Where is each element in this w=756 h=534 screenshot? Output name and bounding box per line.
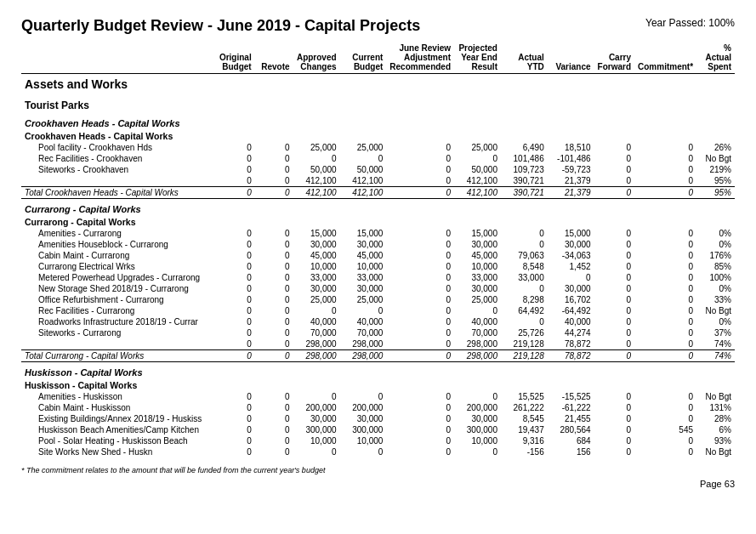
group-bold-subheader: Currarong - Capital Works bbox=[21, 215, 735, 228]
table-row: Amenities - Currarong0015,00015,000015,0… bbox=[21, 228, 735, 239]
group-italic-header: Huskisson - Capital Works bbox=[21, 362, 735, 379]
col-original-budget: OriginalBudget bbox=[208, 42, 255, 74]
page-title: Quarterly Budget Review - June 2019 - Ca… bbox=[21, 17, 420, 35]
budget-table: OriginalBudget Revote ApprovedChanges Cu… bbox=[21, 42, 735, 457]
table-row: Rec Facilities - Crookhaven000000101,486… bbox=[21, 153, 735, 164]
col-revote: Revote bbox=[255, 42, 293, 74]
col-projected: ProjectedYear EndResult bbox=[454, 42, 501, 74]
group-bold-subheader: Crookhaven Heads - Capital Works bbox=[21, 129, 735, 142]
col-variance: Variance bbox=[548, 42, 594, 74]
page-header: Quarterly Budget Review - June 2019 - Ca… bbox=[21, 17, 735, 35]
table-row: Existing Buildings/Annex 2018/19 - Huski… bbox=[21, 413, 735, 424]
footnote: * The commitment relates to the amount t… bbox=[21, 466, 735, 474]
table-row: Amenities Houseblock - Currarong0030,000… bbox=[21, 239, 735, 250]
col-carry-forward: CarryForward bbox=[594, 42, 634, 74]
table-row: Site Works New Shed - Huskn000000-156156… bbox=[21, 446, 735, 457]
table-row: Office Refurbishment - Currarong0025,000… bbox=[21, 294, 735, 305]
table-row: Pool - Solar Heating - Huskisson Beach00… bbox=[21, 435, 735, 446]
page-number: Page 63 bbox=[21, 479, 735, 489]
table-row: Currarong Electrical Wrks0010,00010,0000… bbox=[21, 261, 735, 272]
table-row: Total Currarong - Capital Works00298,000… bbox=[21, 350, 735, 362]
table-row: Siteworks - Crookhaven0050,00050,000050,… bbox=[21, 164, 735, 175]
table-row: 00412,100412,1000412,100390,72121,379009… bbox=[21, 175, 735, 187]
table-row: Metered Powerhead Upgrades - Currarong00… bbox=[21, 272, 735, 283]
table-row: Amenities - Huskisson00000015,525-15,525… bbox=[21, 391, 735, 402]
table-row: Siteworks - Currarong0070,00070,000070,0… bbox=[21, 327, 735, 338]
group-italic-header: Currarong - Capital Works bbox=[21, 199, 735, 216]
table-row: 00298,000298,0000298,000219,12878,872007… bbox=[21, 338, 735, 350]
year-passed: Year Passed: 100% bbox=[645, 17, 735, 29]
group-italic-header: Crookhaven Heads - Capital Works bbox=[21, 113, 735, 129]
table-row: Pool facility - Crookhaven Hds0025,00025… bbox=[21, 142, 735, 153]
table-row: New Storage Shed 2018/19 - Currarong0030… bbox=[21, 283, 735, 294]
col-june-review: June ReviewAdjustmentRecommended bbox=[386, 42, 454, 74]
column-headers: OriginalBudget Revote ApprovedChanges Cu… bbox=[21, 42, 735, 74]
col-actual-ytd: Actual YTD bbox=[501, 42, 548, 74]
table-row: Roadworks Infrastructure 2018/19 - Curra… bbox=[21, 316, 735, 327]
assets-section-header: Assets and Works bbox=[21, 74, 735, 94]
table-row: Rec Facilities - Currarong00000064,492-6… bbox=[21, 305, 735, 316]
table-row: Huskisson Beach Amenities/Camp Kitchen00… bbox=[21, 424, 735, 435]
col-description bbox=[21, 42, 208, 74]
col-commitment: Commitment* bbox=[634, 42, 696, 74]
col-current-budget: CurrentBudget bbox=[340, 42, 387, 74]
group-bold-subheader: Huskisson - Capital Works bbox=[21, 378, 735, 391]
table-row: Cabin Maint - Currarong0045,00045,000045… bbox=[21, 250, 735, 261]
col-approved-changes: ApprovedChanges bbox=[293, 42, 340, 74]
tourist-parks-header: Tourist Parks bbox=[21, 93, 735, 113]
table-row: Total Crookhaven Heads - Capital Works00… bbox=[21, 187, 735, 199]
col-pct-actual: % ActualSpent bbox=[696, 42, 735, 74]
table-row: Cabin Maint - Huskisson00200,000200,0000… bbox=[21, 402, 735, 413]
